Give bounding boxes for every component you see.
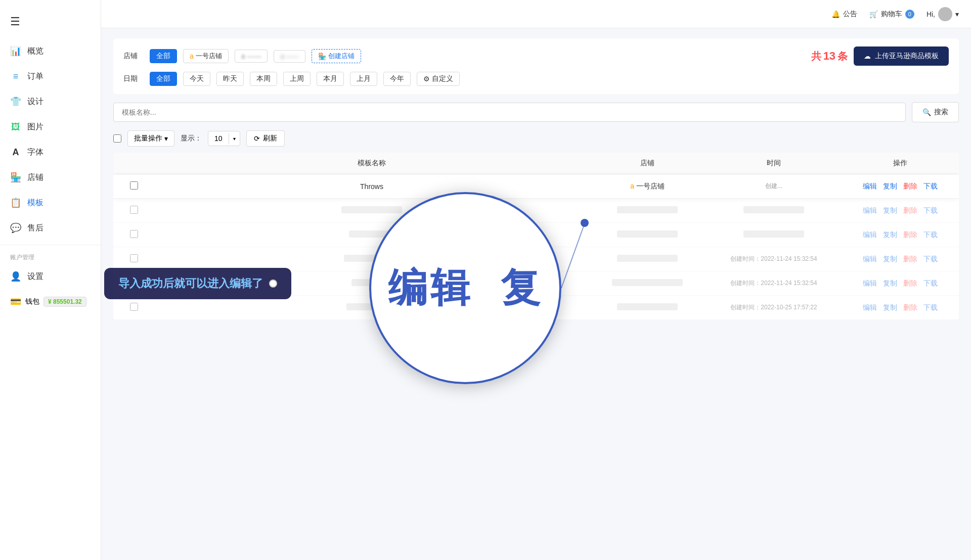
row-checkbox[interactable]	[121, 254, 147, 264]
user-menu[interactable]: Hi, ▾	[926, 7, 959, 21]
images-icon: 🖼	[10, 121, 21, 132]
row-actions: 编辑 复制 删除 下载	[850, 230, 951, 240]
header: 🔔 公告 🛒 购物车 0 Hi, ▾	[101, 0, 971, 28]
copy-btn[interactable]: 复制	[883, 255, 897, 264]
refresh-icon: ⟳	[254, 134, 260, 143]
sidebar-item-overview[interactable]: 📊 概览	[0, 38, 101, 64]
date-thisyear-btn[interactable]: 今年	[383, 72, 411, 86]
total-number: 13	[823, 50, 835, 62]
row-time: 创建...	[698, 182, 850, 191]
date-all-btn[interactable]: 全部	[150, 72, 177, 86]
store-all-btn[interactable]: 全部	[150, 49, 177, 63]
edit-btn[interactable]: 编辑	[863, 182, 877, 191]
row-1-checkbox[interactable]	[130, 181, 138, 190]
avatar	[938, 7, 952, 21]
date-yesterday-btn[interactable]: 昨天	[216, 72, 244, 86]
delete-btn[interactable]: 删除	[903, 279, 917, 288]
sidebar-item-label: 售后	[27, 223, 43, 234]
notification-btn[interactable]: 🔔 公告	[831, 10, 857, 19]
delete-btn[interactable]: 删除	[903, 303, 917, 312]
create-store-btn[interactable]: 🏪 创建店铺	[312, 49, 361, 63]
magnify-dot-indicator	[581, 219, 589, 227]
refresh-btn[interactable]: ⟳ 刷新	[246, 130, 285, 147]
delete-btn[interactable]: 删除	[903, 182, 917, 191]
sidebar-item-label: 订单	[27, 71, 43, 82]
store-1-tag[interactable]: a 一号店铺	[183, 49, 229, 63]
download-btn[interactable]: 下载	[923, 206, 938, 215]
download-btn[interactable]: 下载	[923, 279, 938, 288]
row-checkbox[interactable]	[121, 206, 147, 215]
account-label: 账户管理	[0, 249, 101, 264]
amazon-icon: a	[190, 52, 194, 60]
download-btn[interactable]: 下载	[923, 230, 938, 240]
sidebar-item-orders[interactable]: ≡ 订单	[0, 64, 101, 89]
dropdown-arrow-icon[interactable]: ▾	[229, 133, 240, 145]
menu-icon[interactable]: ☰	[0, 10, 101, 38]
store-3-tag[interactable]: a ——	[274, 50, 305, 63]
delete-btn[interactable]: 删除	[903, 255, 917, 264]
header-name-col: 模板名称	[147, 159, 597, 168]
sidebar-item-design[interactable]: 👕 设计	[0, 89, 101, 114]
sidebar-item-images[interactable]: 🖼 图片	[0, 114, 101, 139]
row-checkbox[interactable]	[121, 230, 147, 240]
gear-icon: ⚙	[423, 75, 430, 83]
sidebar-item-label: 设置	[27, 271, 43, 282]
row-actions: 编辑 复制 删除 下载	[850, 255, 951, 264]
date-lastweek-btn[interactable]: 上周	[283, 72, 311, 86]
search-input[interactable]	[113, 103, 906, 122]
sidebar-wallet[interactable]: 💳 钱包 ¥ 855501.32	[0, 289, 101, 314]
row-actions: 编辑 复制 删除 下载	[850, 206, 951, 215]
sidebar-item-templates[interactable]: 📋 模板	[0, 190, 101, 215]
search-section: 🔍 搜索	[113, 102, 959, 122]
date-custom-btn[interactable]: ⚙ 自定义	[417, 72, 460, 86]
sidebar: ☰ 📊 概览 ≡ 订单 👕 设计 🖼 图片 A 字体 🏪 店铺 📋 模板 💬 售…	[0, 0, 101, 560]
row-actions: 编辑 复制 删除 下载	[850, 303, 951, 312]
copy-btn[interactable]: 复制	[883, 279, 897, 288]
upload-template-btn[interactable]: ☁ 上传亚马逊商品模板	[854, 46, 949, 66]
select-all-checkbox[interactable]	[113, 134, 121, 143]
table-row: 编辑 复制 删除 下载	[113, 199, 959, 223]
row-store	[597, 206, 698, 215]
download-btn[interactable]: 下载	[923, 255, 938, 264]
copy-btn[interactable]: 复制	[883, 303, 897, 312]
store-icon: 🏪	[318, 53, 326, 60]
row-checkbox[interactable]	[121, 181, 147, 191]
date-lastmonth-btn[interactable]: 上月	[350, 72, 377, 86]
edit-btn[interactable]: 编辑	[863, 230, 877, 240]
date-thisweek-btn[interactable]: 本周	[250, 72, 277, 86]
wallet-icon: 💳	[10, 296, 21, 307]
date-filter-row: 日期 全部 今天 昨天 本周 上周 本月 上月 今年 ⚙ 自定义	[123, 72, 949, 86]
table-controls: 批量操作 ▾ 显示： 10 ▾ ⟳ 刷新	[113, 130, 959, 147]
store-2-tag[interactable]: a ——	[235, 50, 268, 63]
templates-icon: 📋	[10, 197, 21, 208]
copy-btn[interactable]: 复制	[883, 230, 897, 240]
date-thismonth-btn[interactable]: 本月	[317, 72, 344, 86]
batch-ops-btn[interactable]: 批量操作 ▾	[127, 130, 174, 147]
cart-label: 购物车	[881, 10, 902, 19]
sidebar-item-settings[interactable]: 👤 设置	[0, 264, 101, 289]
edit-btn[interactable]: 编辑	[863, 206, 877, 215]
show-count-select[interactable]: 10 ▾	[208, 131, 240, 146]
date-today-btn[interactable]: 今天	[183, 72, 210, 86]
delete-btn[interactable]: 删除	[903, 206, 917, 215]
download-btn[interactable]: 下载	[923, 182, 938, 191]
fonts-icon: A	[10, 147, 21, 158]
delete-btn[interactable]: 删除	[903, 230, 917, 240]
header-time-col: 时间	[698, 159, 850, 168]
edit-btn[interactable]: 编辑	[863, 303, 877, 312]
copy-btn[interactable]: 复制	[883, 182, 897, 191]
cart-icon: 🛒	[869, 10, 878, 18]
search-btn[interactable]: 🔍 搜索	[912, 102, 959, 122]
cart-btn[interactable]: 🛒 购物车 0	[869, 10, 914, 19]
row-checkbox[interactable]	[121, 303, 147, 312]
edit-btn[interactable]: 编辑	[863, 255, 877, 264]
sidebar-item-aftersale[interactable]: 💬 售后	[0, 215, 101, 241]
sidebar-item-stores[interactable]: 🏪 店铺	[0, 165, 101, 190]
copy-btn[interactable]: 复制	[883, 206, 897, 215]
edit-btn[interactable]: 编辑	[863, 279, 877, 288]
wallet-label: 钱包	[25, 297, 39, 306]
total-suffix: 条	[837, 51, 848, 62]
row-time: 创建时间：2022-11-24 15:32:54	[698, 279, 850, 288]
sidebar-item-fonts[interactable]: A 字体	[0, 139, 101, 165]
download-btn[interactable]: 下载	[923, 303, 938, 312]
